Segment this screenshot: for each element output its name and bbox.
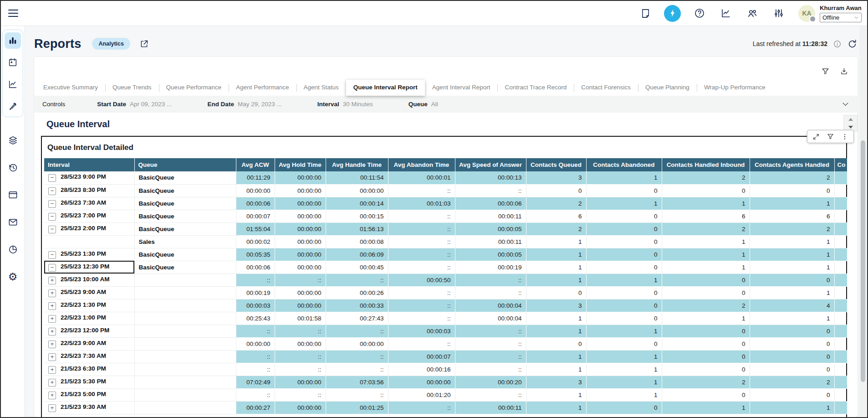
- expand-row-icon[interactable]: +: [48, 328, 56, 335]
- interval-cell[interactable]: [44, 235, 134, 248]
- expand-row-icon[interactable]: +: [48, 315, 56, 323]
- interval-cell[interactable]: −28/5/23 9:00 PM: [44, 171, 134, 184]
- settings-sliders-icon[interactable]: [773, 8, 784, 19]
- tab-queue-performance[interactable]: Queue Performance: [159, 80, 229, 96]
- spin-down-icon[interactable]: [848, 126, 853, 129]
- expand-row-icon[interactable]: +: [48, 341, 56, 348]
- interval-cell[interactable]: +21/5/23 5:00 PM: [44, 388, 134, 401]
- interval-cell[interactable]: −25/5/23 12:30 PM: [44, 261, 134, 274]
- expand-row-icon[interactable]: +: [48, 366, 56, 374]
- collapse-row-icon[interactable]: −: [48, 200, 56, 208]
- layers-icon[interactable]: [5, 132, 21, 148]
- page-scrollbar-thumb[interactable]: [861, 140, 865, 382]
- interval-cell[interactable]: −28/5/23 8:30 PM: [44, 184, 134, 197]
- expand-row-icon[interactable]: +: [48, 302, 56, 310]
- collapse-row-icon[interactable]: −: [48, 264, 56, 272]
- column-header-co[interactable]: Co: [834, 158, 847, 171]
- collapse-row-icon[interactable]: −: [48, 187, 56, 195]
- expand-row-icon[interactable]: +: [48, 379, 56, 387]
- window-icon[interactable]: [5, 186, 21, 203]
- tab-queue-planning[interactable]: Queue Planning: [638, 80, 697, 96]
- column-header-contacts-handled-inbound[interactable]: Contacts Handled Inbound: [662, 158, 750, 171]
- interval-cell[interactable]: +22/5/23 9:00 AM: [44, 337, 134, 350]
- control-end-date[interactable]: End DateMay 29, 2023 ...: [207, 101, 281, 108]
- column-header-avg-abandon-time[interactable]: Avg Abandon Time: [388, 158, 455, 171]
- column-header-interval[interactable]: Interval: [44, 158, 134, 171]
- column-header-avg-hold-time[interactable]: Avg Hold Time: [275, 158, 326, 171]
- tab-contact-forensics[interactable]: Contact Forensics: [574, 80, 638, 96]
- interval-cell[interactable]: +22/5/23 12:00 PM: [44, 325, 134, 337]
- help-icon[interactable]: [694, 8, 705, 19]
- column-header-avg-handle-time[interactable]: Avg Handle Time: [326, 158, 388, 171]
- more-options-kebab-icon[interactable]: [841, 133, 848, 140]
- controls-collapse-chevron-icon[interactable]: [842, 100, 849, 108]
- tab-queue-interval-report[interactable]: Queue Interval Report: [346, 80, 425, 96]
- expand-row-icon[interactable]: +: [48, 277, 56, 284]
- notes-icon[interactable]: [640, 8, 651, 19]
- gear-icon[interactable]: ⚙: [5, 268, 21, 285]
- tab-executive-summary[interactable]: Executive Summary: [36, 80, 105, 96]
- interval-cell[interactable]: +22/5/23 1:00 PM: [44, 312, 134, 325]
- line-chart-icon[interactable]: [5, 76, 21, 93]
- tab-contract-trace-record[interactable]: Contract Trace Record: [497, 80, 574, 96]
- avatar[interactable]: KA: [798, 5, 815, 22]
- column-header-avg-speed-of-answer[interactable]: Avg Speed of Answer: [455, 158, 526, 171]
- column-header-contacts-abandoned[interactable]: Contacts Abandoned: [586, 158, 662, 171]
- expand-visual-icon[interactable]: [812, 133, 820, 140]
- control-interval[interactable]: Interval30 Minutes: [317, 101, 373, 108]
- control-queue[interactable]: QueueAll: [408, 101, 438, 108]
- interval-cell[interactable]: −26/5/23 7:30 AM: [44, 197, 134, 210]
- spin-up-icon[interactable]: [848, 118, 853, 121]
- value-cell: 00:01:25: [326, 401, 388, 414]
- column-header-contacts-queued[interactable]: Contacts Queued: [526, 158, 586, 171]
- interval-cell[interactable]: +22/5/23 7:30 AM: [44, 350, 134, 363]
- column-header-contacts-agents-handled[interactable]: Contacts Agents Handled: [750, 158, 834, 171]
- pie-chart-icon[interactable]: [5, 241, 21, 258]
- interval-cell[interactable]: +21/5/23 6:30 PM: [44, 363, 134, 376]
- status-select[interactable]: Offline: [820, 13, 862, 22]
- filter-icon[interactable]: [821, 67, 830, 76]
- metrics-icon[interactable]: [720, 8, 731, 19]
- collapse-row-icon[interactable]: −: [48, 251, 56, 259]
- expand-row-icon[interactable]: +: [48, 392, 56, 399]
- refresh-icon[interactable]: [847, 39, 858, 49]
- interval-cell[interactable]: −25/5/23 1:30 PM: [44, 248, 134, 261]
- bar-chart-icon[interactable]: [5, 32, 21, 49]
- calendar-icon[interactable]: [5, 54, 21, 71]
- download-icon[interactable]: [840, 67, 848, 76]
- interval-cell[interactable]: +25/5/23 9:00 AM: [44, 286, 134, 299]
- tab-agent-interval-report[interactable]: Agent Interval Report: [425, 80, 498, 96]
- page-scrollbar[interactable]: [859, 26, 866, 416]
- expand-row-icon[interactable]: +: [48, 289, 56, 297]
- interval-cell[interactable]: +21/5/23 9:30 AM: [44, 401, 134, 414]
- tab-queue-trends[interactable]: Queue Trends: [105, 80, 159, 96]
- interval-cell[interactable]: −25/5/23 2:00 PM: [44, 222, 134, 235]
- control-start-date[interactable]: Start DateApr 09, 2023 ...: [97, 101, 172, 108]
- design-icon[interactable]: [5, 98, 21, 114]
- external-link-icon[interactable]: [139, 39, 149, 49]
- collapse-row-icon[interactable]: −: [48, 213, 56, 221]
- tab-wrap-up-performance[interactable]: Wrap-Up Performance: [697, 80, 773, 96]
- collapse-row-icon[interactable]: −: [48, 226, 56, 233]
- expand-row-icon[interactable]: +: [48, 353, 56, 361]
- collapse-row-icon[interactable]: −: [48, 174, 56, 182]
- visual-filter-icon[interactable]: [827, 133, 834, 140]
- column-header-avg-acw[interactable]: Avg ACW: [236, 158, 275, 171]
- tab-agent-performance[interactable]: Agent Performance: [229, 80, 296, 96]
- value-cell: 00:00:00: [326, 184, 388, 197]
- truncated-cell: [834, 337, 847, 350]
- interval-cell[interactable]: +25/5/23 10:00 AM: [44, 274, 134, 286]
- menu-icon[interactable]: [8, 7, 18, 19]
- column-header-queue[interactable]: Queue: [134, 158, 236, 171]
- tab-agent-status[interactable]: Agent Status: [296, 80, 346, 96]
- info-icon[interactable]: [833, 40, 842, 48]
- interval-cell[interactable]: −25/5/23 7:00 PM: [44, 210, 134, 222]
- contacts-icon[interactable]: [747, 8, 758, 19]
- interval-cell[interactable]: +22/5/23 1:30 PM: [44, 299, 134, 312]
- expand-row-icon[interactable]: +: [48, 404, 56, 412]
- value-cell: 0: [526, 337, 586, 350]
- lightning-icon[interactable]: [664, 5, 681, 22]
- interval-cell[interactable]: +21/5/23 5:30 PM: [44, 376, 134, 388]
- history-icon[interactable]: [5, 159, 21, 175]
- mail-icon[interactable]: [5, 214, 21, 230]
